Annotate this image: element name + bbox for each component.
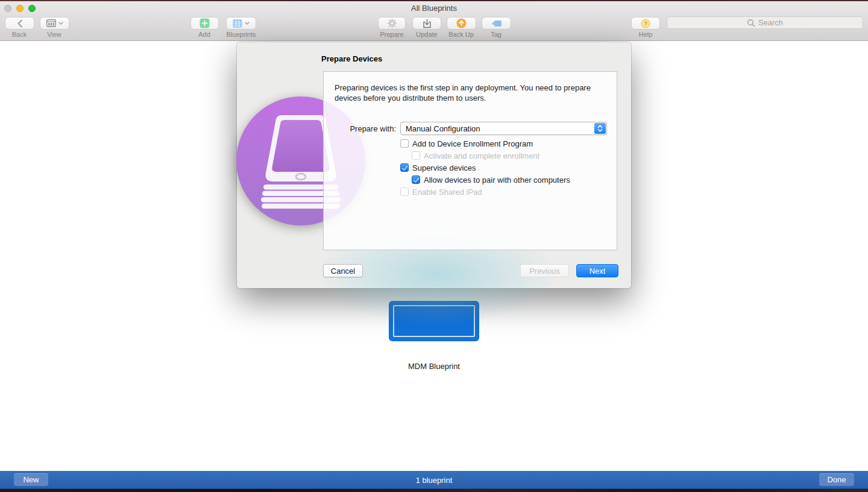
select-stepper-icon bbox=[594, 123, 606, 134]
search-placeholder: Search bbox=[758, 18, 783, 27]
view-button-label: View bbox=[27, 31, 81, 38]
tag-icon bbox=[491, 20, 502, 27]
checkbox-label: Activate and complete enrollment bbox=[424, 151, 539, 160]
checkbox-supervise-devices[interactable]: Supervise devices bbox=[400, 163, 476, 172]
chevron-left-icon bbox=[17, 19, 23, 28]
next-button[interactable]: Next bbox=[576, 264, 618, 277]
status-bar: 1 blueprint New Done bbox=[0, 471, 868, 489]
cancel-button[interactable]: Cancel bbox=[323, 264, 363, 277]
checkbox-enable-shared-ipad: Enable Shared iPad bbox=[400, 187, 482, 197]
checkbox-icon bbox=[400, 163, 409, 172]
blueprints-button-label: Blueprints bbox=[214, 31, 268, 38]
update-button[interactable] bbox=[412, 17, 441, 30]
tag-button-label: Tag bbox=[469, 31, 523, 38]
checkbox-label: Supervise devices bbox=[412, 163, 476, 172]
update-download-icon bbox=[422, 19, 432, 28]
checkbox-icon bbox=[400, 188, 409, 196]
blueprint-item-label: MDM Blueprint bbox=[344, 362, 524, 371]
checkbox-label: Allow devices to pair with other compute… bbox=[424, 175, 570, 184]
view-button[interactable] bbox=[40, 17, 69, 30]
gear-icon bbox=[387, 18, 397, 28]
help-icon: ? bbox=[641, 19, 650, 28]
add-button[interactable] bbox=[190, 17, 219, 30]
checkbox-label: Add to Device Enrollment Program bbox=[412, 139, 533, 148]
checkbox-icon bbox=[400, 139, 409, 148]
blueprint-count: 1 blueprint bbox=[0, 471, 868, 489]
help-glyph: ? bbox=[644, 20, 647, 27]
prepare-with-value: Manual Configuration bbox=[401, 124, 480, 133]
help-button[interactable]: ? bbox=[631, 17, 660, 30]
prepare-devices-dialog: Prepare Devices bbox=[237, 42, 631, 288]
tag-button[interactable] bbox=[482, 17, 511, 30]
new-button[interactable]: New bbox=[14, 473, 48, 486]
help-button-label: Help bbox=[618, 31, 673, 38]
chevron-down-icon bbox=[245, 22, 250, 25]
blueprint-item-icon[interactable] bbox=[389, 301, 479, 341]
checkbox-allow-pairing[interactable]: Allow devices to pair with other compute… bbox=[412, 175, 570, 184]
checkbox-label: Enable Shared iPad bbox=[412, 188, 482, 197]
search-input[interactable]: Search bbox=[667, 16, 863, 29]
done-button[interactable]: Done bbox=[819, 473, 854, 486]
search-icon bbox=[747, 19, 755, 27]
backup-button[interactable] bbox=[447, 17, 476, 30]
dialog-title: Prepare Devices bbox=[321, 54, 382, 63]
view-grid-icon bbox=[46, 19, 56, 27]
dialog-intro-text: Preparing devices is the first step in a… bbox=[335, 83, 607, 103]
window-title: All Blueprints bbox=[0, 4, 868, 13]
previous-button: Previous bbox=[520, 264, 569, 277]
backup-upload-icon bbox=[456, 18, 467, 28]
prepare-with-label: Prepare with: bbox=[324, 124, 396, 133]
prepare-button[interactable] bbox=[378, 17, 406, 30]
desktop-wallpaper-strip-bottom bbox=[0, 489, 868, 492]
add-plus-icon bbox=[200, 18, 210, 28]
checkbox-activate-enrollment: Activate and complete enrollment bbox=[412, 151, 539, 160]
checkbox-add-to-dep[interactable]: Add to Device Enrollment Program bbox=[400, 139, 533, 148]
window-chrome: All Blueprints Back View Add bbox=[0, 1, 868, 41]
screen: All Blueprints Back View Add bbox=[0, 0, 868, 492]
prepare-with-select[interactable]: Manual Configuration bbox=[400, 122, 607, 135]
dialog-panel: Preparing devices is the first step in a… bbox=[323, 71, 617, 250]
checkbox-icon bbox=[412, 151, 420, 160]
back-button[interactable] bbox=[5, 17, 34, 30]
checkbox-icon bbox=[412, 175, 420, 184]
blueprints-table-icon bbox=[233, 19, 242, 28]
blueprints-button[interactable] bbox=[226, 17, 256, 30]
chevron-down-icon bbox=[58, 22, 63, 25]
